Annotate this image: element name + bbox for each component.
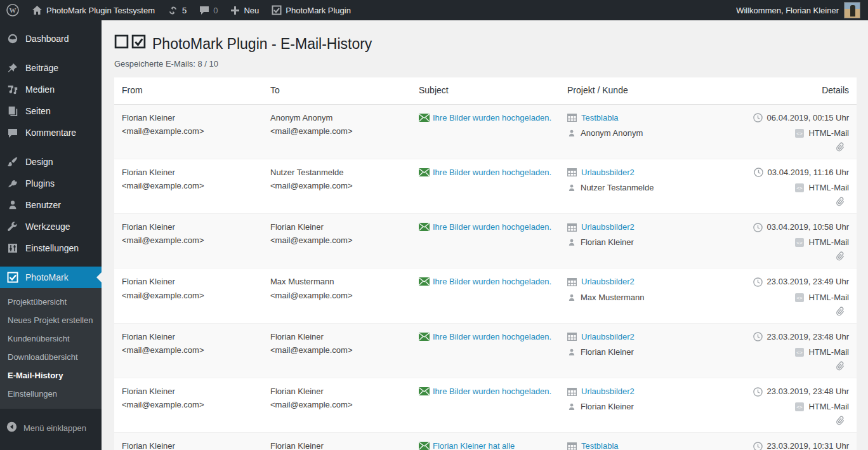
clock-icon	[753, 277, 763, 287]
plug-icon	[6, 178, 19, 189]
email-date: 23.03.2019, 23:48 Uhr	[767, 331, 849, 343]
sidebar-label: Benutzer	[25, 200, 61, 210]
details-cell: 03.04.2019, 11:16 Uhr <> HTML-Mail	[708, 159, 857, 213]
html-mail-icon: <>	[795, 293, 804, 302]
wordpress-logo-menu[interactable]: W	[0, 0, 25, 20]
html-mail-icon: <>	[795, 348, 804, 357]
subject-link[interactable]: Ihre Bilder wurden hochgeladen.	[433, 387, 551, 396]
submenu-item-email-history[interactable]: E-Mail-History	[0, 366, 102, 385]
active-menu-arrow	[96, 272, 102, 282]
project-link[interactable]: Testblabla	[581, 112, 619, 124]
admin-sidebar: Dashboard Beiträge Medien Seiten Komment…	[0, 20, 102, 450]
sidebar-item-posts[interactable]: Beiträge	[0, 57, 102, 79]
greeting-label: Willkommen, Florian Kleiner	[736, 6, 839, 15]
svg-text:<>: <>	[797, 350, 803, 355]
col-header-details: Details	[708, 77, 857, 104]
project-cell: Testblabla Florian Kleiner	[560, 433, 708, 450]
saved-emails-count: Gespeicherte E-Mails: 8 / 10	[114, 59, 857, 69]
email-date: 23.03.2019, 23:48 Uhr	[767, 385, 849, 398]
sidebar-item-design[interactable]: Design	[0, 151, 102, 173]
updates-link[interactable]: 5	[161, 0, 193, 20]
table-row: Florian Kleiner<mail@example.com> Anonym…	[114, 105, 857, 159]
email-date: 03.04.2019, 10:58 Uhr	[767, 221, 849, 234]
from-cell: Florian Kleiner<mail@example.com>	[114, 214, 263, 268]
sidebar-item-photomark[interactable]: PhotoMark	[0, 267, 102, 288]
svg-text:<>: <>	[797, 185, 803, 191]
project-link[interactable]: Urlaubsbilder2	[581, 221, 635, 234]
envelope-icon	[419, 114, 430, 122]
html-mail-icon: <>	[795, 129, 804, 138]
subject-link[interactable]: Ihre Bilder wurden hochgeladen.	[433, 113, 551, 122]
subject-cell: Ihre Bilder wurden hochgeladen.	[411, 324, 560, 378]
new-label: Neu	[244, 6, 259, 15]
subject-link[interactable]: Florian Kleiner hat alle gewünschten Bil…	[419, 441, 530, 450]
col-header-project: Projekt / Kunde	[560, 77, 708, 104]
new-content-menu[interactable]: Neu	[224, 0, 265, 20]
project-icon	[567, 168, 577, 176]
main-content: PhotoMark Plugin - E-Mail-History Gespei…	[102, 20, 868, 450]
photomark-submenu: Projektübersicht Neues Projekt erstellen…	[0, 288, 102, 409]
project-link[interactable]: Urlaubsbilder2	[581, 385, 635, 398]
project-icon	[567, 333, 577, 341]
account-menu[interactable]: Willkommen, Florian Kleiner	[728, 0, 868, 20]
submenu-item-new-project[interactable]: Neues Projekt erstellen	[0, 311, 102, 329]
project-link[interactable]: Urlaubsbilder2	[581, 331, 635, 343]
subject-cell: Ihre Bilder wurden hochgeladen.	[411, 214, 560, 268]
submenu-item-projects[interactable]: Projektübersicht	[0, 293, 102, 311]
home-icon	[32, 5, 43, 15]
collapse-label: Menü einklappen	[23, 423, 86, 433]
sidebar-item-media[interactable]: Medien	[0, 79, 102, 100]
html-mail-icon: <>	[795, 402, 804, 411]
to-cell: Max Mustermann<mail@example.com>	[263, 268, 411, 322]
subject-cell: Ihre Bilder wurden hochgeladen.	[411, 378, 560, 432]
envelope-icon	[419, 333, 430, 341]
from-cell: Florian Kleiner<mail@example.com>	[114, 105, 263, 159]
site-name-link[interactable]: PhotoMark Plugin Testsystem	[25, 0, 161, 20]
photomark-plugin-shortcut[interactable]: PhotoMark Plugin	[265, 0, 357, 20]
submenu-item-customers[interactable]: Kundenübersicht	[0, 329, 102, 348]
mail-type: HTML-Mail	[808, 400, 849, 413]
sidebar-item-pages[interactable]: Seiten	[0, 100, 102, 122]
sidebar-item-dashboard[interactable]: Dashboard	[0, 28, 102, 50]
submenu-item-downloads[interactable]: Downloadübersicht	[0, 348, 102, 366]
col-header-from: From	[114, 77, 263, 104]
project-icon	[567, 388, 577, 396]
comments-link[interactable]: 0	[193, 0, 224, 20]
sidebar-item-tools[interactable]: Werkzeuge	[0, 216, 102, 237]
table-row: Florian Kleiner<mail@example.com> Floria…	[114, 378, 857, 432]
table-header-row: From To Subject Projekt / Kunde Details	[114, 77, 857, 105]
to-cell: Florian Kleiner<mail@example.com>	[263, 433, 411, 450]
clock-icon	[754, 168, 763, 177]
email-date: 23.03.2019, 23:49 Uhr	[767, 275, 849, 288]
subject-link[interactable]: Ihre Bilder wurden hochgeladen.	[433, 332, 551, 341]
col-header-subject: Subject	[411, 77, 560, 104]
subject-cell: Ihre Bilder wurden hochgeladen.	[411, 268, 560, 322]
project-icon	[567, 278, 577, 286]
subject-link[interactable]: Ihre Bilder wurden hochgeladen.	[433, 222, 551, 232]
project-link[interactable]: Urlaubsbilder2	[581, 166, 635, 179]
subject-link[interactable]: Ihre Bilder wurden hochgeladen.	[433, 277, 551, 286]
sidebar-label: Einstellungen	[25, 243, 79, 253]
attachment-icon	[836, 197, 845, 206]
table-row: Florian Kleiner<mail@example.com> Floria…	[114, 323, 857, 378]
subject-cell: Ihre Bilder wurden hochgeladen.	[411, 105, 560, 159]
project-link[interactable]: Testblabla	[581, 440, 619, 450]
submenu-item-settings[interactable]: Einstellungen	[0, 385, 102, 403]
sidebar-item-settings[interactable]: Einstellungen	[0, 237, 102, 259]
sidebar-item-comments[interactable]: Kommentare	[0, 122, 102, 143]
sidebar-item-plugins[interactable]: Plugins	[0, 173, 102, 194]
project-link[interactable]: Urlaubsbilder2	[581, 275, 635, 288]
sidebar-item-users[interactable]: Benutzer	[0, 194, 102, 216]
to-cell: Florian Kleiner<mail@example.com>	[263, 324, 411, 378]
project-icon	[567, 442, 577, 450]
envelope-icon	[419, 442, 430, 450]
collapse-menu-button[interactable]: Menü einklappen	[0, 415, 102, 440]
sidebar-label: PhotoMark	[25, 272, 69, 282]
email-date: 06.04.2019, 00:15 Uhr	[767, 112, 849, 124]
subject-link[interactable]: Ihre Bilder wurden hochgeladen.	[433, 168, 551, 177]
plugin-shortcut-label: PhotoMark Plugin	[286, 6, 351, 15]
comments-count: 0	[213, 6, 218, 15]
html-mail-icon: <>	[795, 238, 804, 247]
project-cell: Testblabla Anonym Anonym	[560, 105, 708, 159]
clock-icon	[753, 442, 763, 450]
